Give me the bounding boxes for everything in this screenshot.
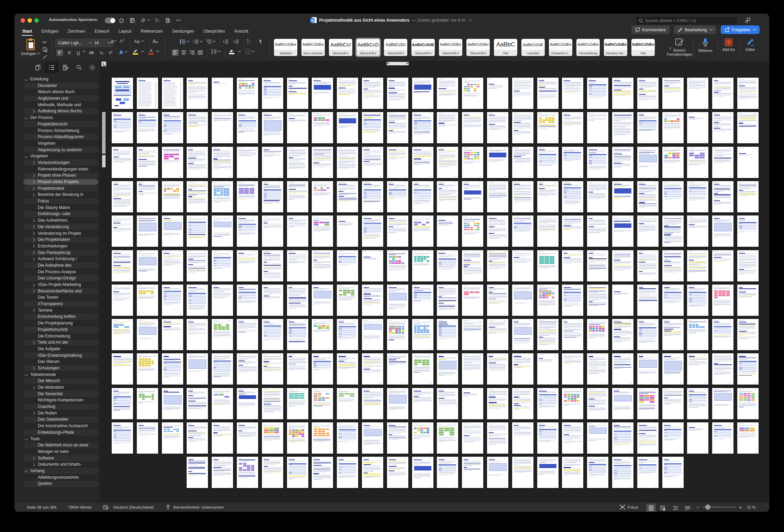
sidebar-heading-item[interactable]: Weniger ist mehr (14, 448, 100, 455)
page-thumbnail[interactable] (437, 78, 458, 109)
page-thumbnail[interactable] (137, 388, 158, 419)
ribbon-tab-referenzen[interactable]: Referenzen (141, 29, 163, 34)
page-thumbnail[interactable] (737, 215, 759, 247)
page-thumbnail[interactable] (512, 250, 533, 281)
page-thumbnail[interactable] (262, 215, 283, 247)
sidebar-heading-item[interactable]: Tools (14, 436, 100, 442)
style-card[interactable]: AaBbCcDcÜberschrift 3 (384, 39, 407, 56)
page-thumbnail[interactable] (287, 112, 308, 143)
page-thumbnail[interactable] (387, 78, 408, 109)
page-thumbnail[interactable] (662, 78, 684, 109)
align-left-button[interactable] (172, 49, 179, 56)
page-thumbnail[interactable] (487, 78, 508, 109)
page-thumbnail[interactable] (462, 457, 483, 488)
page-thumbnail[interactable] (612, 215, 633, 247)
sidebar-heading-item[interactable]: Das Testen (14, 294, 100, 301)
sidebar-heading-item[interactable]: #Das Projekt-Marketing (14, 281, 100, 288)
page-thumbnail[interactable] (262, 78, 283, 109)
undo-icon[interactable]: ↺ (141, 16, 145, 24)
page-thumbnail[interactable] (237, 422, 258, 454)
horizontal-ruler[interactable] (387, 62, 409, 65)
page-thumbnail[interactable] (662, 422, 684, 454)
sidebar-heading-item[interactable]: Prozess-Schachtelung (14, 128, 100, 134)
page-thumbnail[interactable] (262, 388, 283, 419)
page-thumbnail[interactable] (112, 250, 133, 281)
page-thumbnail[interactable] (162, 422, 183, 454)
page-thumbnail[interactable] (612, 422, 633, 454)
page-thumbnail[interactable] (412, 353, 433, 385)
page-thumbnail[interactable] (287, 78, 308, 109)
page-thumbnail[interactable] (212, 147, 233, 178)
editor-button[interactable]: Editor (740, 38, 761, 52)
page-thumbnail[interactable] (687, 388, 708, 419)
sidebar-heading-item[interactable]: Die Entscheidung (14, 333, 100, 340)
close-window-button[interactable] (21, 18, 25, 23)
ribbon-tab-ansicht[interactable]: Ansicht (234, 29, 248, 34)
page-thumbnail[interactable] (162, 147, 183, 178)
page-thumbnail[interactable] (362, 285, 383, 316)
page-thumbnail[interactable] (112, 112, 133, 143)
sidebar-heading-item[interactable]: #Die Erwartungshaltung (14, 352, 100, 359)
ribbon-tab-zeichnen[interactable]: Zeichnen (68, 29, 85, 34)
page-thumbnail[interactable] (537, 319, 559, 350)
page-thumbnail[interactable] (412, 78, 433, 109)
redo-icon[interactable]: ↻ (155, 16, 159, 24)
page-thumbnail[interactable] (237, 181, 258, 212)
page-thumbnail[interactable] (612, 78, 633, 109)
align-center-button[interactable] (180, 49, 187, 56)
page-thumbnail[interactable] (737, 181, 759, 212)
page-thumbnail[interactable] (412, 215, 433, 247)
page-thumbnail[interactable] (162, 353, 183, 385)
sidebar-heading-item[interactable]: Die Aufgabe (14, 346, 100, 352)
comments-button[interactable]: Kommentare (631, 25, 670, 34)
page-thumbnail[interactable] (562, 147, 583, 178)
page-thumbnail[interactable] (212, 319, 233, 350)
page-thumbnail[interactable] (437, 147, 458, 178)
page-thumbnail[interactable] (237, 353, 258, 385)
page-thumbnail[interactable] (537, 78, 559, 109)
sidebar-heading-item[interactable]: Der konstruktive Austausch (14, 423, 100, 429)
page-thumbnail[interactable] (137, 353, 158, 385)
page-thumbnail[interactable] (637, 250, 659, 281)
page-thumbnail[interactable] (662, 388, 684, 419)
page-thumbnail[interactable] (312, 147, 333, 178)
page-thumbnail[interactable] (237, 78, 258, 109)
page-thumbnail[interactable] (187, 422, 208, 454)
page-thumbnail[interactable] (412, 285, 433, 316)
page-thumbnail[interactable] (687, 353, 708, 385)
page-thumbnail[interactable] (337, 181, 358, 212)
page-thumbnail[interactable] (712, 353, 733, 385)
page-thumbnail[interactable] (212, 422, 233, 454)
page-thumbnail[interactable] (237, 112, 258, 143)
style-card[interactable]: AaBbCcDdEeKein Leerraum (301, 39, 325, 56)
page-thumbnail[interactable] (137, 285, 158, 316)
sidebar-heading-item[interactable]: Bereiche der Beratung in (14, 191, 100, 198)
style-card[interactable]: AaBbCcDdEeÜberschrift 5 (439, 39, 462, 56)
page-thumbnail[interactable] (212, 78, 233, 109)
sidebar-heading-item[interactable]: Coaching (14, 403, 100, 410)
borders-button[interactable] (245, 49, 254, 54)
page-thumbnail[interactable] (112, 319, 133, 350)
zoom-percentage[interactable]: 11 % (747, 502, 755, 512)
page-thumbnail[interactable] (587, 112, 608, 143)
page-thumbnail[interactable] (212, 181, 233, 212)
sidebar-heading-item[interactable]: Fokus (14, 198, 100, 204)
page-thumbnail[interactable] (512, 181, 533, 212)
sidebar-heading-item[interactable]: Teilnehmende (14, 372, 100, 378)
sidebar-heading-item[interactable]: Anglizismen und (14, 95, 100, 102)
page-thumbnail[interactable] (137, 78, 158, 109)
page-thumbnail[interactable] (337, 147, 358, 178)
page-thumbnail[interactable] (687, 181, 708, 212)
page-thumbnail[interactable] (562, 78, 583, 109)
page-thumbnail[interactable] (312, 388, 333, 419)
page-thumbnail[interactable] (737, 388, 759, 419)
page-thumbnail[interactable] (162, 285, 183, 316)
page-thumbnail[interactable] (712, 285, 733, 316)
page-thumbnail[interactable] (687, 285, 708, 316)
more-toolbar-icon[interactable] (176, 16, 181, 24)
page-thumbnail[interactable] (637, 457, 659, 488)
page-thumbnail[interactable] (712, 215, 733, 247)
sidebar-heading-item[interactable]: Projekt ohne Phasen (14, 172, 100, 179)
page-thumbnail[interactable] (287, 319, 308, 350)
style-card[interactable]: AaBbCcDdEeFett (631, 39, 655, 56)
